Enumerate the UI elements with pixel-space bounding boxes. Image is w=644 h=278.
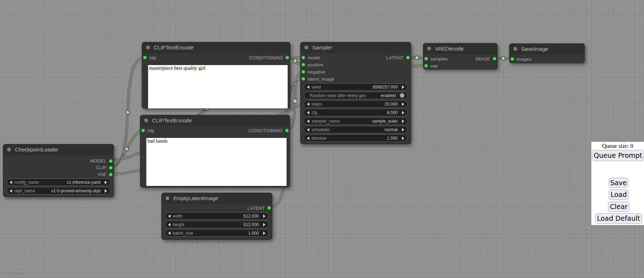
output-row-conditioning: CONDITIONING — [140, 127, 290, 134]
node-collapse-dot-icon[interactable] — [7, 148, 11, 151]
widget-height[interactable]: height 512.000 — [165, 221, 269, 228]
widget-label: scheduler — [311, 127, 330, 132]
decrement-arrow-icon[interactable] — [307, 102, 309, 106]
node-collapse-dot-icon[interactable] — [304, 46, 308, 49]
widget-batch-size[interactable]: batch_size 1.000 — [165, 229, 269, 237]
widget-sampler-name[interactable]: sampler_name sample_euler — [304, 117, 408, 125]
widget-steps[interactable]: steps 20.000 — [304, 100, 408, 108]
queue-prompt-button[interactable]: Queue Prompt — [592, 150, 644, 161]
load-default-button[interactable]: Load Default — [595, 213, 642, 224]
node-collapse-dot-icon[interactable] — [146, 46, 150, 49]
input-row-negative: negative — [300, 68, 411, 75]
increment-arrow-icon[interactable] — [402, 111, 404, 114]
decrement-arrow-icon[interactable] — [307, 128, 309, 132]
node-title-bar[interactable]: CLIPTextEncode — [142, 42, 290, 53]
increment-arrow-icon[interactable] — [263, 223, 266, 226]
clear-button[interactable]: Clear — [608, 202, 629, 212]
input-row-vae: vae — [423, 62, 498, 69]
increment-arrow-icon[interactable] — [402, 102, 404, 106]
widget-value[interactable]: 512.000 — [244, 222, 259, 227]
node-clip-text-encode-positive[interactable]: CLIPTextEncode clip CONDITIONING masterp… — [142, 42, 290, 109]
load-button[interactable]: Load — [609, 189, 629, 200]
input-label: images — [517, 57, 532, 62]
widget-denoise[interactable]: denoise 1.000 — [304, 134, 408, 142]
node-save-image[interactable]: SaveImage images — [509, 43, 585, 63]
node-collapse-dot-icon[interactable] — [166, 196, 169, 200]
input-label: latent_image — [308, 76, 334, 82]
output-port-vae[interactable] — [109, 173, 112, 176]
increment-arrow-icon[interactable] — [402, 85, 404, 89]
positive-prompt-textarea[interactable]: masterpiece best quality girl — [148, 65, 288, 108]
node-title-bar[interactable]: CLIPTextEncode — [140, 115, 290, 126]
widget-value[interactable]: v1-5-pruned-emaonly.ckpt — [51, 188, 100, 193]
input-port-latent-image[interactable] — [302, 77, 305, 81]
decrement-arrow-icon[interactable] — [168, 214, 171, 218]
output-label: LATENT — [247, 205, 265, 211]
increment-arrow-icon[interactable] — [105, 189, 107, 193]
node-vae-decode[interactable]: VAEDecode samples vae IMAGE — [423, 43, 498, 70]
output-port-clip[interactable] — [109, 166, 112, 170]
widget-value[interactable]: 1.000 — [387, 136, 398, 141]
save-button[interactable]: Save — [609, 178, 628, 188]
increment-arrow-icon[interactable] — [105, 181, 107, 184]
increment-arrow-icon[interactable] — [402, 119, 404, 123]
input-port-images[interactable] — [511, 57, 514, 61]
decrement-arrow-icon[interactable] — [307, 85, 309, 89]
decrement-arrow-icon[interactable] — [307, 119, 309, 123]
output-port-latent[interactable] — [267, 206, 271, 210]
input-row-images: images — [509, 55, 585, 63]
negative-prompt-textarea[interactable]: bad hands — [146, 138, 287, 186]
widget-value[interactable]: v1-inference.yaml — [67, 180, 100, 185]
node-collapse-dot-icon[interactable] — [513, 47, 517, 51]
widget-config-name[interactable]: config_name v1-inference.yaml — [6, 178, 110, 186]
node-sampler[interactable]: Sampler model positive negative latent_i… — [300, 42, 411, 144]
widget-value[interactable]: 8.000 — [387, 110, 398, 115]
increment-arrow-icon[interactable] — [263, 214, 266, 218]
node-title-bar[interactable]: CheckpointLoader — [3, 144, 114, 155]
widget-width[interactable]: width 512.000 — [165, 212, 269, 220]
decrement-arrow-icon[interactable] — [168, 231, 171, 235]
widget-value[interactable]: 8566257.000 — [373, 85, 398, 90]
increment-arrow-icon[interactable] — [402, 128, 404, 132]
decrement-arrow-icon[interactable] — [168, 223, 171, 226]
decrement-arrow-icon[interactable] — [10, 189, 12, 193]
widget-seed[interactable]: seed 8566257.000 — [304, 83, 408, 91]
increment-arrow-icon[interactable] — [263, 231, 266, 235]
node-title: VAEDecode — [435, 46, 464, 52]
output-port-conditioning[interactable] — [286, 56, 289, 59]
widget-scheduler[interactable]: scheduler normal — [304, 126, 408, 133]
output-row-vae: VAE — [3, 171, 114, 178]
widget-value[interactable]: 1.000 — [248, 231, 259, 236]
widget-ckpt-name[interactable]: ckpt_name v1-5-pruned-emaonly.ckpt — [6, 187, 110, 194]
widget-value[interactable]: sample_euler — [372, 119, 398, 124]
widget-value[interactable]: normal — [384, 127, 398, 132]
widget-cfg[interactable]: cfg 8.000 — [304, 109, 408, 116]
node-empty-latent-image[interactable]: EmptyLatentImage LATENT width 512.000 he… — [161, 193, 272, 240]
input-port-positive[interactable] — [302, 63, 305, 66]
output-port-latent[interactable] — [406, 56, 410, 59]
decrement-arrow-icon[interactable] — [307, 137, 309, 140]
node-title-bar[interactable]: Sampler — [300, 42, 411, 53]
input-port-negative[interactable] — [302, 70, 305, 74]
node-title-bar[interactable]: VAEDecode — [423, 43, 498, 54]
output-port-conditioning[interactable] — [285, 129, 289, 132]
node-collapse-dot-icon[interactable] — [144, 118, 148, 122]
node-title-bar[interactable]: EmptyLatentImage — [161, 193, 272, 204]
input-label: positive — [308, 62, 323, 68]
widget-random-seed-toggle[interactable]: Random seed after every gen enabled — [304, 92, 408, 99]
increment-arrow-icon[interactable] — [402, 137, 404, 140]
node-checkpoint-loader[interactable]: CheckpointLoader MODEL CLIP VAE config_n… — [3, 144, 114, 197]
output-row-image: IMAGE — [423, 55, 498, 62]
output-port-model[interactable] — [109, 159, 112, 163]
node-title-bar[interactable]: SaveImage — [509, 43, 585, 54]
node-clip-text-encode-negative[interactable]: CLIPTextEncode clip CONDITIONING bad han… — [140, 115, 290, 188]
decrement-arrow-icon[interactable] — [307, 111, 309, 114]
input-port-vae[interactable] — [424, 64, 428, 68]
node-collapse-dot-icon[interactable] — [427, 47, 431, 50]
output-port-image[interactable] — [493, 57, 496, 60]
toggle-enabled-icon[interactable] — [400, 93, 404, 98]
decrement-arrow-icon[interactable] — [10, 181, 12, 184]
widget-label: steps — [311, 102, 322, 107]
widget-value[interactable]: 512.000 — [244, 214, 259, 219]
widget-value[interactable]: 20.000 — [384, 102, 398, 107]
